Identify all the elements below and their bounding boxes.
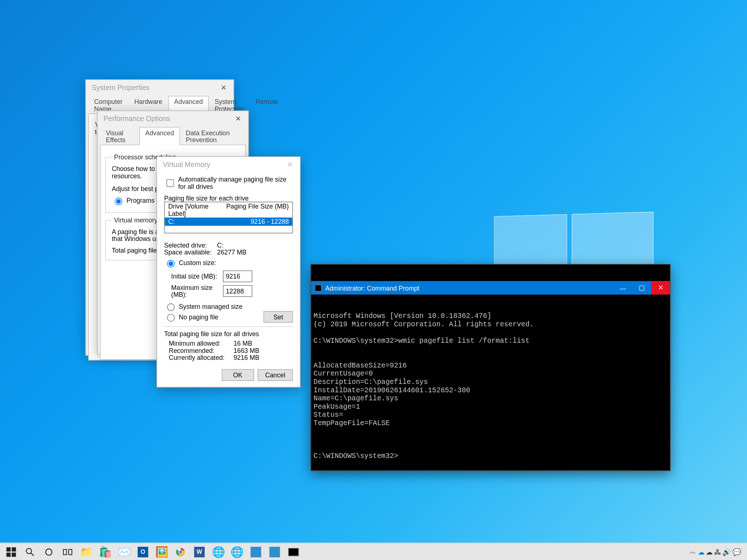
radio-sysm-label: System managed size xyxy=(179,303,243,310)
start-button[interactable] xyxy=(2,543,20,560)
app2-icon[interactable] xyxy=(266,543,283,560)
svg-rect-2 xyxy=(7,552,11,557)
svg-point-4 xyxy=(26,548,32,553)
cur-value: 9216 MB xyxy=(233,354,259,361)
selected-label: Selected drive: xyxy=(164,242,217,249)
row-size: 9216 - 12288 xyxy=(251,218,289,225)
maximize-icon[interactable]: ▢ xyxy=(632,281,651,295)
radio-programs[interactable]: Programs xyxy=(112,196,154,205)
chrome-icon[interactable] xyxy=(172,543,189,560)
radio-programs-label: Programs xyxy=(127,197,155,204)
radio-system-managed[interactable]: System managed size xyxy=(164,302,293,311)
edge-icon[interactable]: 🌐 xyxy=(228,543,246,560)
perfopts-titlebar[interactable]: Performance Options ✕ xyxy=(98,111,248,127)
search-icon[interactable] xyxy=(21,543,39,560)
col-size: Paging File Size (MB) xyxy=(226,203,289,217)
cmd-taskbar-icon[interactable] xyxy=(285,543,302,560)
app-icon[interactable] xyxy=(247,543,264,560)
close-icon[interactable]: ✕ xyxy=(280,157,300,172)
col-drive: Drive [Volume Label] xyxy=(168,203,226,217)
vm-legend: Virtual memory xyxy=(112,216,160,223)
cmd-title: Administrator: Command Prompt xyxy=(325,284,419,291)
svg-rect-3 xyxy=(12,552,16,557)
close-icon[interactable]: ✕ xyxy=(651,281,670,295)
totals-caption: Total paging file size for all drives xyxy=(164,330,293,337)
max-label: Maximum size (MB): xyxy=(171,284,223,298)
tab-visual-effects[interactable]: Visual Effects xyxy=(100,127,139,145)
svg-rect-8 xyxy=(69,549,72,555)
svg-line-5 xyxy=(31,553,34,555)
radio-custom-input[interactable] xyxy=(167,260,175,268)
space-label: Space available: xyxy=(164,249,217,256)
cmd-output[interactable]: Microsoft Windows [Version 10.0.18362.47… xyxy=(311,311,670,462)
vmem-title: Virtual Memory xyxy=(163,160,210,169)
mail-icon[interactable]: ✉️ xyxy=(115,543,133,560)
store-icon[interactable]: 🛍️ xyxy=(96,543,114,560)
min-label: Minimum allowed: xyxy=(169,340,233,347)
photos-icon[interactable]: 🖼️ xyxy=(153,543,170,560)
close-icon[interactable]: ✕ xyxy=(228,111,248,127)
svg-rect-0 xyxy=(7,547,11,551)
svg-rect-7 xyxy=(63,549,67,555)
rec-value: 1663 MB xyxy=(233,347,259,354)
initial-size-input[interactable] xyxy=(223,271,252,282)
cur-label: Currently allocated: xyxy=(169,354,233,361)
perfopts-title: Performance Options xyxy=(104,114,170,123)
action-center-icon[interactable]: 💬 xyxy=(732,548,741,556)
task-view-icon[interactable] xyxy=(59,543,76,560)
cmd-icon xyxy=(315,284,322,291)
auto-manage-label: Automatically manage paging file size fo… xyxy=(178,176,293,190)
perfopts-tabs: Visual Effects Advanced Data Execution P… xyxy=(98,127,248,145)
cmd-titlebar[interactable]: Administrator: Command Prompt — ▢ ✕ xyxy=(311,281,670,295)
list-caption: Paging file size for each drive xyxy=(164,195,293,202)
space-value: 26277 MB xyxy=(217,249,247,256)
ok-button[interactable]: OK xyxy=(222,369,254,381)
min-value: 16 MB xyxy=(233,340,252,347)
volume-icon[interactable]: 🔊 xyxy=(722,548,731,556)
tab-advanced[interactable]: Advanced xyxy=(139,127,180,145)
minimize-icon[interactable]: — xyxy=(614,281,632,295)
auto-manage-input[interactable] xyxy=(166,179,174,187)
onedrive-icon[interactable]: ☁ xyxy=(698,548,705,556)
network-icon[interactable]: 🖧 xyxy=(714,548,721,556)
file-explorer-icon[interactable]: 📁 xyxy=(78,543,95,560)
rec-label: Recommended: xyxy=(169,347,233,354)
cortana-icon[interactable] xyxy=(40,543,58,560)
radio-no-paging[interactable]: No paging file xyxy=(164,312,218,322)
selected-value: C: xyxy=(217,242,224,249)
tab-dep[interactable]: Data Execution Prevention xyxy=(180,127,246,145)
initial-label: Initial size (MB): xyxy=(171,273,223,280)
virtual-memory-window: Virtual Memory ✕ Automatically manage pa… xyxy=(156,156,301,388)
edge-beta-icon[interactable]: 🌐 xyxy=(209,543,227,560)
row-drive: C: xyxy=(168,218,251,225)
drive-row-c[interactable]: C: 9216 - 12288 xyxy=(165,218,293,226)
weather-icon[interactable]: ☁ xyxy=(706,548,713,556)
drive-list[interactable]: Drive [Volume Label] Paging File Size (M… xyxy=(164,202,293,233)
sysprops-titlebar[interactable]: System Properties ✕ xyxy=(86,80,233,95)
word-icon[interactable]: W xyxy=(190,543,208,560)
outlook-icon[interactable]: O xyxy=(134,543,152,560)
auto-manage-checkbox[interactable]: Automatically manage paging file size fo… xyxy=(164,176,293,190)
radio-sysm-input[interactable] xyxy=(167,303,175,311)
cancel-button[interactable]: Cancel xyxy=(258,369,293,381)
vmem-titlebar[interactable]: Virtual Memory ✕ xyxy=(157,157,300,172)
max-size-input[interactable] xyxy=(223,285,252,297)
radio-custom[interactable]: Custom size: xyxy=(164,258,216,268)
close-icon[interactable]: ✕ xyxy=(213,80,233,95)
radio-none-label: No paging file xyxy=(179,314,218,320)
radio-none-input[interactable] xyxy=(167,314,175,322)
radio-programs-input[interactable] xyxy=(115,198,122,205)
svg-rect-1 xyxy=(12,547,16,551)
command-prompt-window: Administrator: Command Prompt — ▢ ✕ Micr… xyxy=(310,264,670,471)
radio-custom-label: Custom size: xyxy=(179,259,216,266)
tab-remote[interactable]: Remote xyxy=(249,96,284,114)
svg-point-6 xyxy=(46,549,52,555)
tray-chevron-icon[interactable]: ︿ xyxy=(689,547,696,557)
sysprops-title: System Properties xyxy=(92,83,150,92)
set-button[interactable]: Set xyxy=(263,311,293,323)
svg-point-11 xyxy=(179,550,182,553)
taskbar: 📁 🛍️ ✉️ O 🖼️ W 🌐 🌐 ︿ ☁ ☁ 🖧 🔊 💬 xyxy=(0,542,747,560)
